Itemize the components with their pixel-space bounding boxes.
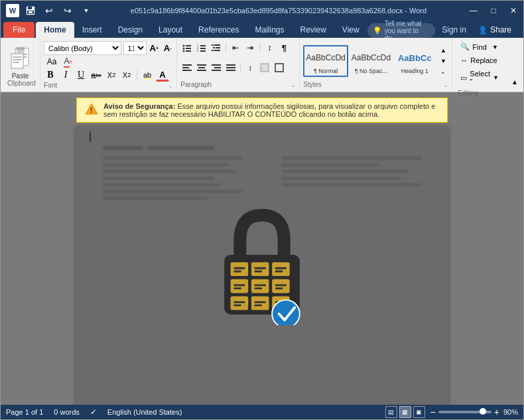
style-heading1-preview: AaBbCc (398, 48, 432, 68)
page-info[interactable]: Page 1 of 1 (6, 408, 43, 416)
warning-bold-text: Aviso de Segurança: (103, 102, 175, 110)
svg-rect-29 (216, 47, 220, 48)
language[interactable]: English (United States) (107, 408, 182, 416)
align-right-button[interactable] (210, 61, 223, 74)
styles-scroll-up-button[interactable]: ▲ (438, 46, 448, 55)
styles-scroll-down-button[interactable]: ▼ (438, 56, 448, 66)
svg-rect-31 (214, 50, 220, 51)
qat-undo-button[interactable]: ↩ (42, 3, 56, 18)
zoom-thumb (480, 408, 486, 415)
web-layout-button[interactable]: ▣ (413, 406, 425, 418)
subscript-button[interactable]: X2 (105, 68, 118, 82)
styles-label: Styles (303, 81, 321, 88)
qat-redo-button[interactable]: ↪ (60, 3, 75, 18)
multilevel-list-button[interactable] (210, 41, 223, 54)
document-page (76, 126, 448, 405)
minimize-button[interactable]: — (464, 1, 484, 21)
align-left-button[interactable] (180, 61, 194, 74)
decrease-indent-button[interactable]: ⇤ (229, 41, 242, 54)
share-button[interactable]: 👤 Share (472, 23, 518, 36)
tab-view[interactable]: View (334, 22, 367, 38)
zoom-percent[interactable]: 90% (503, 408, 518, 416)
read-mode-button[interactable]: ▤ (385, 406, 397, 418)
lock-icon (209, 206, 315, 325)
svg-rect-66 (255, 284, 266, 286)
tab-mailings[interactable]: Mailings (247, 22, 292, 38)
font-expand-icon[interactable]: ⌄ (168, 83, 173, 89)
ribbon: Paste Clipboard Calibri (Body) 11 A+ A- … (1, 38, 523, 92)
replace-button[interactable]: ↔ Replace (458, 55, 501, 66)
bold-button[interactable]: B (44, 68, 57, 82)
line-spacing-button[interactable]: ↕ (243, 61, 257, 74)
font-name-select[interactable]: Calibri (Body) (44, 41, 121, 55)
text-highlight-button[interactable]: ab (141, 68, 154, 82)
tab-review[interactable]: Review (292, 22, 334, 38)
proofing-icon: ✓ (90, 407, 97, 417)
styles-expand-button[interactable]: ⌄ (438, 67, 448, 76)
svg-rect-27 (214, 44, 220, 46)
grow-font-button[interactable]: A+ (149, 42, 160, 55)
tab-file[interactable]: File (3, 22, 34, 38)
superscript-button[interactable]: X2 (120, 68, 133, 82)
tab-design[interactable]: Design (110, 22, 151, 38)
svg-point-14 (183, 45, 185, 47)
title-and-tabs: W ↩ ↪ ▼ e051c9a186b9f84400a01b23e5cba63e… (1, 1, 523, 38)
svg-text:3.: 3. (197, 49, 199, 52)
numbering-button[interactable]: 1.2.3. (195, 41, 208, 54)
change-case-button[interactable]: Aa (44, 55, 60, 68)
style-normal[interactable]: AaBbCcDd ¶ Normal (303, 45, 348, 77)
shrink-font-button[interactable]: A- (162, 42, 173, 55)
zoom-in-button[interactable]: + (494, 407, 499, 417)
svg-rect-60 (255, 267, 266, 269)
clear-format-button[interactable]: A ✕ (62, 55, 75, 68)
increase-indent-button[interactable]: ⇥ (243, 41, 257, 54)
italic-button[interactable]: I (59, 68, 72, 82)
qat-save-button[interactable] (23, 3, 38, 18)
word-count[interactable]: 0 words (54, 408, 80, 416)
tab-layout[interactable]: Layout (151, 22, 190, 38)
align-center-button[interactable] (195, 61, 208, 74)
styles-expand-icon[interactable]: ⌄ (444, 82, 448, 88)
svg-rect-21 (200, 45, 206, 46)
tab-insert[interactable]: Insert (74, 22, 110, 38)
font-case-row: Aa A ✕ (44, 55, 173, 68)
border-button[interactable] (273, 61, 286, 74)
style-no-spacing[interactable]: AaBbCcDd ¶ No Spac... (350, 46, 393, 76)
strikethrough-button[interactable]: abc (90, 68, 103, 82)
font-color-button[interactable]: A (156, 68, 169, 82)
justify-button[interactable] (224, 61, 237, 74)
signin-link[interactable]: Sign in (442, 25, 466, 35)
zoom-out-button[interactable]: − (430, 407, 436, 417)
paragraph-expand-icon[interactable]: ⌄ (291, 82, 296, 88)
print-layout-button[interactable]: ▦ (399, 406, 411, 418)
svg-rect-45 (275, 64, 283, 72)
font-name-row: Calibri (Body) 11 A+ A- (44, 41, 173, 55)
close-button[interactable]: ✕ (503, 1, 523, 21)
underline-button[interactable]: U (74, 68, 88, 82)
document-overlay (76, 126, 448, 405)
select-button[interactable]: ▭ Select " ▼ (458, 68, 501, 87)
tab-references[interactable]: References (190, 22, 247, 38)
svg-point-18 (183, 50, 185, 52)
separator3 (259, 43, 260, 52)
svg-rect-10 (11, 54, 23, 68)
sort-button[interactable]: ↕ (263, 41, 276, 54)
tell-me-search[interactable]: 💡 Tell me what you want to do... (367, 23, 436, 38)
qat-customize-button[interactable]: ▼ (79, 3, 94, 18)
paste-button[interactable]: Paste (9, 44, 33, 80)
zoom-slider[interactable] (438, 411, 491, 413)
paragraph-label: Paragraph (180, 81, 212, 88)
collapse-ribbon-button[interactable]: ▲ (509, 76, 521, 88)
show-marks-button[interactable]: ¶ (277, 41, 291, 54)
tab-home[interactable]: Home (36, 22, 74, 38)
maximize-button[interactable]: □ (484, 1, 503, 21)
svg-rect-41 (226, 64, 235, 66)
style-heading1[interactable]: AaBbCc Heading 1 (394, 46, 435, 76)
shading-button[interactable] (258, 61, 271, 74)
bullets-button[interactable] (180, 41, 194, 54)
style-no-spacing-label: ¶ No Spac... (355, 68, 387, 74)
find-button[interactable]: 🔍 Find ▼ (458, 41, 501, 52)
font-size-select[interactable]: 11 (123, 41, 147, 55)
svg-rect-61 (255, 271, 262, 273)
clipboard-group-content: Paste (9, 42, 33, 80)
